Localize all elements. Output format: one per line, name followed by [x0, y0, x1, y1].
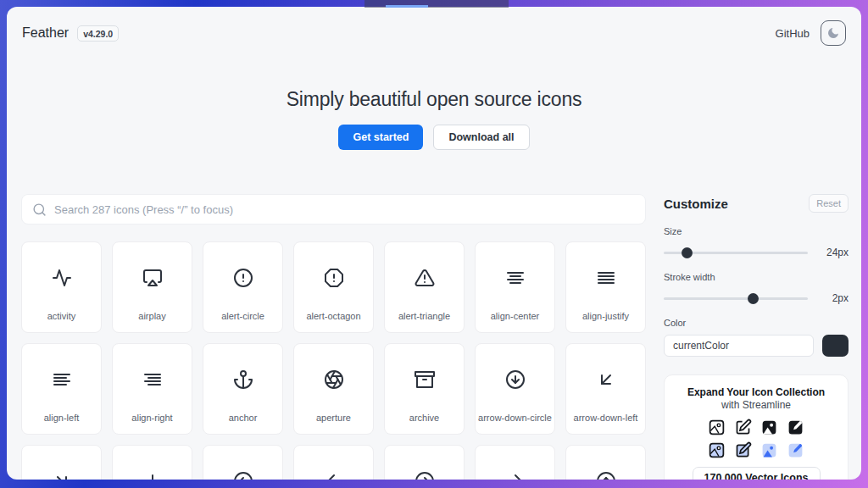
arrow-right-circle-icon — [415, 471, 435, 480]
align-left-icon — [52, 369, 72, 390]
size-label: Size — [664, 226, 849, 236]
arrow-down-icon — [142, 471, 163, 480]
ad-title: Expand Your Icon Collection — [665, 386, 848, 398]
customize-title: Customize — [664, 197, 728, 211]
archive-icon — [415, 369, 435, 390]
stroke-width-slider[interactable] — [664, 297, 808, 300]
icon-card-arrow-down-right[interactable]: arrow-down-right — [21, 445, 102, 480]
vector-icons-button[interactable]: 170,000 Vector Icons — [693, 467, 821, 480]
get-started-button[interactable]: Get started — [338, 125, 423, 150]
icon-card-anchor[interactable]: anchor — [203, 343, 283, 435]
icon-card-airplay[interactable]: airplay — [112, 241, 192, 333]
icon-card-arrow-up-circle[interactable]: arrow-up-circle — [565, 445, 646, 480]
icon-card-arrow-down[interactable]: arrow-down — [112, 445, 192, 480]
icon-card-alert-octagon[interactable]: alert-octagon — [293, 241, 374, 333]
arrow-down-right-icon — [52, 471, 72, 480]
brand-wrap: Feather v4.29.0 — [22, 25, 119, 42]
left-column: activityairplayalert-circlealert-octagon… — [21, 194, 646, 480]
image-outline-blue-icon — [708, 441, 726, 459]
icon-card-arrow-right[interactable]: arrow-right — [475, 445, 555, 480]
alert-circle-icon — [233, 268, 253, 288]
alert-octagon-icon — [324, 268, 344, 288]
edit-solid-blue-icon — [787, 441, 804, 459]
streamline-ad-card[interactable]: Expand Your Icon Collection with Streaml… — [664, 374, 849, 480]
search-bar — [21, 194, 646, 225]
icon-label: alert-triangle — [385, 311, 464, 321]
feather-page: Feather v4.29.0 GitHub Simply beautiful … — [7, 7, 861, 480]
ad-subtitle: with Streamline — [665, 399, 848, 411]
icon-label: activity — [22, 311, 101, 321]
icon-label: align-center — [476, 311, 554, 321]
icon-label: alert-octagon — [294, 311, 373, 321]
size-slider-row: 24px — [664, 247, 849, 258]
size-slider[interactable] — [664, 252, 808, 254]
customize-header: Customize Reset — [664, 194, 849, 213]
color-label: Color — [664, 318, 849, 328]
brand-logo[interactable]: Feather — [22, 25, 69, 41]
icon-label: alert-circle — [203, 311, 282, 321]
icon-card-align-right[interactable]: align-right — [112, 343, 192, 435]
image-solid-icon — [760, 419, 778, 436]
main-content: activityairplayalert-circlealert-octagon… — [7, 194, 861, 480]
page-title: Simply beautiful open source icons — [7, 88, 861, 111]
stroke-width-label: Stroke width — [664, 272, 849, 282]
arrow-right-icon — [505, 471, 526, 480]
alert-triangle-icon — [415, 268, 435, 288]
arrow-down-circle-icon — [505, 369, 526, 390]
stroke-width-value: 2px — [815, 292, 849, 304]
reset-button[interactable]: Reset — [809, 194, 849, 213]
color-swatch[interactable] — [822, 335, 849, 357]
icon-card-align-justify[interactable]: align-justify — [565, 241, 646, 333]
size-slider-handle[interactable] — [682, 247, 693, 258]
icon-card-align-center[interactable]: align-center — [475, 241, 555, 333]
icon-card-alert-triangle[interactable]: alert-triangle — [384, 241, 465, 333]
customize-panel: Customize Reset Size 24px Stroke width 2… — [664, 194, 849, 480]
icon-card-arrow-left[interactable]: arrow-left — [293, 445, 374, 480]
github-link[interactable]: GitHub — [776, 27, 810, 40]
icon-label: align-right — [113, 413, 192, 423]
icon-grid: activityairplayalert-circlealert-octagon… — [21, 241, 646, 480]
search-input[interactable] — [54, 203, 635, 216]
arrow-down-left-icon — [596, 369, 616, 390]
edit-solid-icon — [787, 419, 804, 436]
arrow-up-circle-icon — [596, 471, 616, 480]
icon-card-archive[interactable]: archive — [384, 343, 465, 435]
icon-card-aperture[interactable]: aperture — [293, 343, 374, 435]
icon-card-alert-circle[interactable]: alert-circle — [203, 241, 283, 333]
icon-card-arrow-down-circle[interactable]: arrow-down-circle — [475, 343, 555, 435]
airplay-icon — [142, 268, 163, 288]
arrow-left-circle-icon — [233, 471, 253, 480]
hero-buttons: Get started Download all — [7, 125, 861, 150]
icon-label: align-justify — [566, 311, 645, 321]
color-input[interactable] — [664, 335, 814, 357]
top-overlay-progress — [386, 5, 428, 8]
version-badge: v4.29.0 — [77, 25, 119, 42]
header: Feather v4.29.0 GitHub — [7, 7, 861, 46]
align-center-icon — [505, 268, 526, 288]
header-right: GitHub — [776, 20, 846, 46]
hero: Simply beautiful open source icons Get s… — [7, 88, 861, 150]
activity-icon — [52, 268, 72, 288]
image-solid-blue-icon — [760, 441, 778, 459]
image-outline-icon — [708, 419, 726, 436]
icon-label: airplay — [113, 311, 192, 321]
icon-label: arrow-down-left — [566, 413, 645, 423]
ad-icons-row — [708, 419, 804, 436]
theme-toggle-button[interactable] — [821, 20, 846, 46]
icon-label: archive — [385, 413, 464, 423]
edit-outline-icon — [734, 419, 752, 436]
icon-card-arrow-down-left[interactable]: arrow-down-left — [565, 343, 646, 435]
anchor-icon — [233, 369, 253, 390]
icon-card-align-left[interactable]: align-left — [21, 343, 102, 435]
download-all-button[interactable]: Download all — [433, 125, 529, 150]
moon-icon — [826, 26, 840, 40]
top-overlay-bar — [364, 0, 509, 8]
stroke-width-slider-handle[interactable] — [748, 293, 759, 304]
stroke-slider-row: 2px — [664, 292, 849, 304]
icon-card-arrow-right-circle[interactable]: arrow-right-circle — [384, 445, 465, 480]
icon-card-activity[interactable]: activity — [21, 241, 102, 333]
icon-card-arrow-left-circle[interactable]: arrow-left-circle — [203, 445, 283, 480]
aperture-icon — [324, 369, 344, 390]
color-row — [664, 335, 849, 357]
edit-outline-blue-icon — [734, 441, 752, 459]
